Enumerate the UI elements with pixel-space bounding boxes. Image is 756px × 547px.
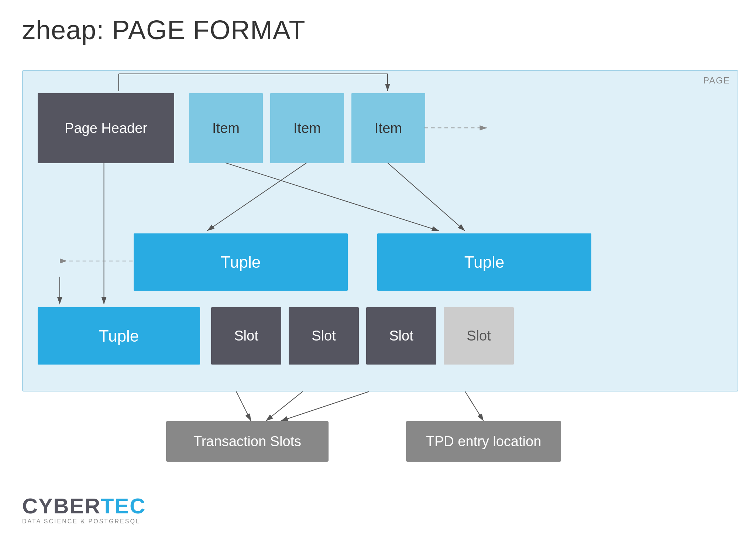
svg-line-14 [236, 392, 251, 421]
tpd-entry-label: TPD entry location [406, 421, 561, 462]
logo-tec: TEC [101, 494, 146, 518]
tuple-label-3: Tuple [99, 327, 139, 345]
slot-label-3: Slot [389, 328, 413, 344]
transaction-slots-text: Transaction Slots [193, 434, 301, 449]
slot-block-3: Slot [366, 307, 436, 365]
tuple-block-2: Tuple [377, 233, 591, 291]
slot-block-4: Slot [444, 307, 514, 365]
page-header-label: Page Header [65, 120, 147, 136]
page-header-block: Page Header [38, 93, 174, 163]
logo-subtitle: DATA SCIENCE & POSTGRESQL [22, 518, 146, 525]
tuple-label-1: Tuple [221, 253, 261, 271]
transaction-slots-label: Transaction Slots [166, 421, 329, 462]
item-label-2: Item [293, 120, 321, 136]
tuple-label-2: Tuple [464, 253, 504, 271]
logo-text: CYBERTEC [22, 495, 146, 517]
svg-line-7 [226, 163, 439, 231]
item-block-2: Item [270, 93, 344, 163]
logo-cyber: CYBER [22, 494, 101, 518]
tuple-block-1: Tuple [134, 233, 348, 291]
tpd-entry-text: TPD entry location [426, 434, 542, 449]
svg-line-15 [266, 392, 303, 421]
svg-line-9 [388, 163, 465, 231]
slot-label-2: Slot [312, 328, 336, 344]
page-label: PAGE [703, 75, 730, 86]
item-label-3: Item [375, 120, 402, 136]
diagram-container: PAGE Page Header Item Item Item Tuple Tu… [22, 70, 738, 392]
slot-label-4: Slot [467, 328, 491, 344]
item-block-3: Item [351, 93, 425, 163]
item-block-1: Item [189, 93, 263, 163]
slot-block-2: Slot [289, 307, 359, 365]
page-title: zheap: PAGE FORMAT [22, 15, 306, 45]
svg-line-8 [207, 163, 306, 231]
logo-container: CYBERTEC DATA SCIENCE & POSTGRESQL [22, 495, 146, 525]
slot-label-1: Slot [234, 328, 258, 344]
slot-block-1: Slot [211, 307, 281, 365]
item-label-1: Item [212, 120, 240, 136]
svg-line-17 [465, 392, 484, 421]
svg-line-16 [281, 392, 369, 421]
tuple-block-3: Tuple [38, 307, 200, 365]
